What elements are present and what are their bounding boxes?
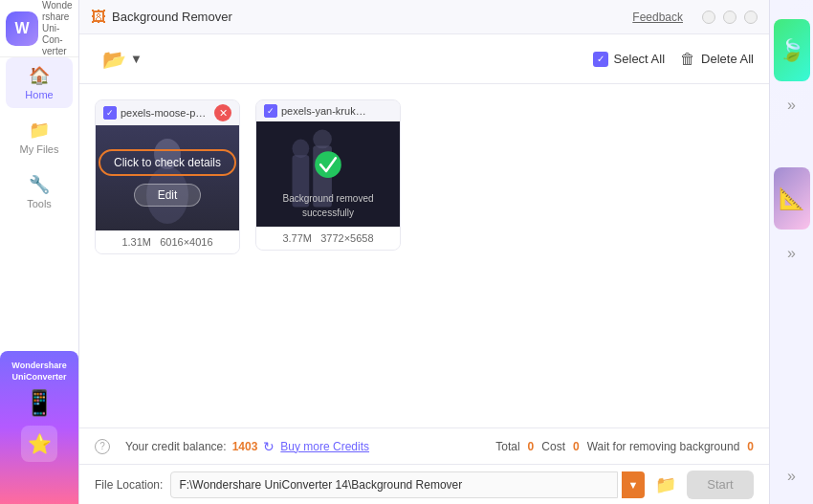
app-logo-icon: W	[6, 11, 38, 46]
app-name-label: Wonder­share Uni­Con­ver­ter	[42, 0, 73, 57]
svg-point-7	[315, 151, 341, 178]
status-bar: ? Your credit balance: 1403 ↻ Buy more C…	[79, 427, 769, 464]
image-card-1: ✓ pexels-moose-photos-10... ✕ Click to c…	[95, 99, 240, 254]
close-button[interactable]: ✕	[744, 11, 758, 24]
card2-image-area: Background removed successfully	[256, 121, 400, 227]
svg-point-6	[313, 130, 332, 149]
cost-label: Cost	[541, 440, 565, 453]
card2-checkbox[interactable]: ✓	[264, 104, 277, 118]
total-count: 0	[528, 440, 535, 453]
promo-text: Wondershare UniConverter	[6, 361, 73, 383]
promo-icon: 📱	[24, 388, 55, 418]
sidebar-item-home[interactable]: 🏠 Home	[6, 57, 73, 108]
wait-label: Wait for removing background	[587, 440, 740, 453]
status-right: Total 0 Cost 0 Wait for removing backgro…	[495, 440, 754, 453]
myfiles-icon: 📁	[29, 120, 50, 141]
edit-button[interactable]: Edit	[134, 184, 202, 207]
card1-image-area: Click to check details Edit	[96, 125, 239, 230]
toolbar-left: 📂 ▼	[95, 44, 150, 75]
card1-checkbox[interactable]: ✓	[103, 106, 117, 120]
app-logo-area: W Wonder­share Uni­Con­ver­ter	[0, 0, 78, 57]
promo-card: Wondershare UniConverter 📱 ⭐	[0, 351, 78, 504]
wait-count: 0	[747, 440, 754, 453]
cost-count: 0	[573, 440, 580, 453]
window-title: Background Remover	[112, 10, 232, 24]
refresh-icon[interactable]: ↻	[263, 439, 275, 454]
minimize-button[interactable]: —	[702, 11, 715, 24]
sidebar: W Wonder­share Uni­Con­ver­ter 🏠 Home 📁 …	[0, 0, 78, 504]
credit-count: 1403	[232, 440, 258, 453]
right-panel: 🍃 » 📐 » »	[770, 0, 813, 504]
svg-point-5	[293, 139, 310, 158]
file-path-input[interactable]	[170, 471, 618, 498]
card1-filesize: 1.31M	[121, 236, 151, 248]
right-panel-card-2: 📐	[774, 167, 810, 230]
card1-dimensions: 6016×4016	[160, 236, 212, 248]
maximize-button[interactable]: □	[723, 11, 736, 24]
sidebar-item-myfiles[interactable]: 📁 My Files	[6, 112, 73, 163]
home-icon: 🏠	[29, 65, 50, 86]
card1-overlay: Click to check details Edit	[96, 125, 239, 230]
card1-close-button[interactable]: ✕	[214, 104, 231, 121]
sidebar-item-label-myfiles: My Files	[20, 143, 59, 155]
sidebar-nav: 🏠 Home 📁 My Files 🔧 Tools	[0, 57, 78, 217]
content-area: ✓ pexels-moose-photos-10... ✕ Click to c…	[79, 84, 769, 427]
title-bar-controls: Feedback — □ ✕	[632, 11, 758, 24]
delete-all-button[interactable]: 🗑 Delete All	[680, 51, 754, 68]
image-card-2: ✓ pexels-yan-krukov-57930...	[255, 99, 401, 251]
card1-header-left: ✓ pexels-moose-photos-10...	[103, 106, 207, 120]
delete-all-label: Delete All	[701, 52, 754, 66]
delete-icon: 🗑	[680, 51, 695, 68]
add-file-chevron: ▼	[130, 52, 143, 66]
title-bar-left: 🖼 Background Remover	[91, 9, 232, 26]
file-location-bar: File Location: ▼ 📁 Start	[79, 464, 769, 504]
window-icon: 🖼	[91, 9, 106, 26]
add-file-icon: 📂	[102, 48, 126, 71]
main-window: 🖼 Background Remover Feedback — □ ✕ 📂 ▼ …	[78, 0, 770, 504]
total-label: Total	[495, 440, 519, 453]
buy-link[interactable]: Buy more Credits	[280, 440, 369, 453]
select-all-button[interactable]: ✓ Select All	[593, 52, 665, 67]
path-dropdown-button[interactable]: ▼	[622, 471, 645, 498]
card2-header: ✓ pexels-yan-krukov-57930...	[256, 100, 400, 121]
card1-filename: pexels-moose-photos-10...	[121, 107, 207, 119]
promo-icon2: ⭐	[21, 426, 57, 462]
right-panel-chevron-2[interactable]: »	[787, 245, 796, 262]
card2-footer: 3.77M 3772×5658	[256, 227, 400, 250]
file-location-label: File Location:	[95, 478, 163, 492]
toolbar: 📂 ▼ ✓ Select All 🗑 Delete All	[79, 34, 769, 84]
browse-folder-button[interactable]: 📁	[652, 471, 679, 498]
title-bar: 🖼 Background Remover Feedback — □ ✕	[79, 0, 769, 34]
add-file-button[interactable]: 📂 ▼	[95, 44, 150, 75]
card1-footer: 1.31M 6016×4016	[96, 230, 239, 253]
card2-header-left: ✓ pexels-yan-krukov-57930...	[264, 104, 367, 118]
feedback-button[interactable]: Feedback	[632, 11, 683, 24]
sidebar-item-tools[interactable]: 🔧 Tools	[6, 166, 73, 217]
card2-dimensions: 3772×5658	[320, 232, 373, 244]
card2-filename: pexels-yan-krukov-57930...	[281, 105, 367, 117]
card2-success-text: Background removed successfully	[282, 193, 373, 218]
credit-section: Your credit balance: 1403 ↻ Buy more Cre…	[125, 439, 369, 454]
start-button[interactable]: Start	[687, 471, 754, 499]
right-panel-chevron-3[interactable]: »	[787, 468, 796, 485]
right-panel-card-1: 🍃	[774, 19, 810, 81]
select-all-label: Select All	[614, 52, 665, 66]
check-details-button[interactable]: Click to check details	[99, 149, 236, 176]
toolbar-right: ✓ Select All 🗑 Delete All	[593, 51, 754, 68]
card1-header: ✓ pexels-moose-photos-10... ✕	[96, 100, 239, 125]
tools-icon: 🔧	[29, 174, 50, 195]
sidebar-item-label-tools: Tools	[27, 198, 52, 209]
help-icon[interactable]: ?	[95, 439, 110, 454]
credit-label: Your credit balance:	[125, 440, 227, 453]
select-all-checkbox[interactable]: ✓	[593, 52, 608, 67]
sidebar-item-label-home: Home	[25, 89, 53, 100]
right-panel-chevron-1[interactable]: »	[787, 97, 796, 114]
card2-filesize: 3.77M	[282, 232, 312, 244]
card2-success-text-area: Background removed successfully	[256, 190, 400, 219]
